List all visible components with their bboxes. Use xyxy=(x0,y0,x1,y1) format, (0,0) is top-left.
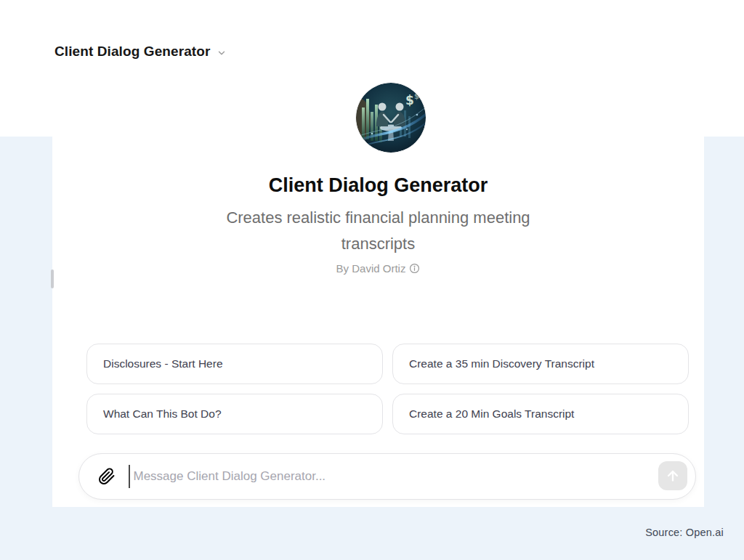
gpt-switcher-title: Client Dialog Generator xyxy=(54,44,211,60)
chevron-down-icon xyxy=(217,48,227,58)
starter-card-discovery-transcript[interactable]: Create a 35 min Discovery Transcript xyxy=(392,344,689,384)
message-composer[interactable] xyxy=(78,453,696,500)
source-attribution: Source: Open.ai xyxy=(645,527,724,538)
starter-card-label: What Can This Bot Do? xyxy=(103,407,222,421)
message-input[interactable] xyxy=(130,462,696,491)
gpt-switcher[interactable]: Client Dialog Generator xyxy=(54,44,227,60)
page-title: Client Dialog Generator xyxy=(52,174,704,197)
paperclip-icon[interactable] xyxy=(98,468,116,485)
conversation-starters: Disclosures - Start Here Create a 35 min… xyxy=(86,344,689,434)
starter-card-what-can-bot-do[interactable]: What Can This Bot Do? xyxy=(86,394,383,434)
arrow-up-icon xyxy=(665,468,681,484)
financial-meeting-avatar-graphic: $ $ xyxy=(356,83,426,153)
starter-card-disclosures[interactable]: Disclosures - Start Here xyxy=(86,344,383,384)
author-byline-text: By David Ortiz xyxy=(336,262,406,275)
gpt-avatar: $ $ xyxy=(356,83,426,153)
starter-card-label: Disclosures - Start Here xyxy=(103,357,223,370)
send-button[interactable] xyxy=(658,461,687,490)
starter-card-label: Create a 35 min Discovery Transcript xyxy=(409,357,594,370)
svg-text:$: $ xyxy=(405,93,414,107)
author-byline[interactable]: By David Ortiz xyxy=(52,262,704,275)
gpt-description: Creates realistic financial planning mee… xyxy=(195,205,562,257)
starter-card-label: Create a 20 Min Goals Transcript xyxy=(409,407,574,421)
starter-card-goals-transcript[interactable]: Create a 20 Min Goals Transcript xyxy=(392,394,689,434)
info-circle-icon xyxy=(409,263,420,274)
